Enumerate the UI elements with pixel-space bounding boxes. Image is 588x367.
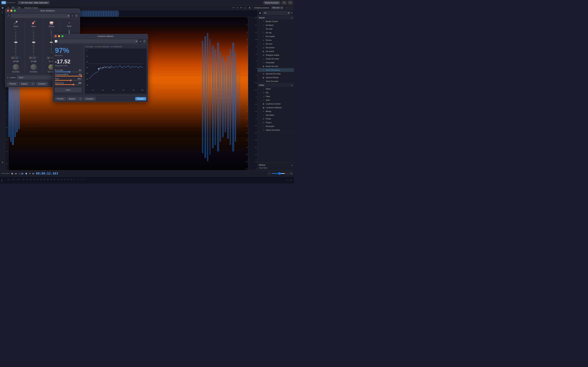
lo-preview-btn[interactable]: Preview: [55, 97, 66, 100]
zoom-in-vert-btn[interactable]: +: [268, 172, 271, 175]
active-tab[interactable]: × On Your Own - Abby Carey.wav: [18, 1, 50, 4]
drums-fader-handle[interactable]: [50, 42, 53, 43]
vocal-fader-track[interactable]: [16, 30, 16, 54]
zoom-out-btn[interactable]: −: [290, 6, 293, 9]
sidebar-filter-select[interactable]: All Repair Utility: [263, 11, 290, 15]
sidebar-item[interactable]: ⊕ Dialogue Isolate: [258, 53, 294, 57]
sidebar-item[interactable]: ◐ De-reverb: [258, 50, 294, 53]
mr-compare-btn[interactable]: Compare: [36, 82, 48, 86]
sidebar-item[interactable]: s De-ess: [258, 38, 294, 42]
lo-preset-select[interactable]: [59, 39, 138, 43]
repair-assistant-button[interactable]: Repair Assistant: [263, 1, 280, 4]
sidebar-item[interactable]: ⊘ Phase: [258, 117, 294, 121]
threshold-slider-thumb[interactable]: [80, 75, 82, 77]
zoom-fit-btn[interactable]: ⊡: [290, 172, 293, 175]
transport-next-btn[interactable]: ⏭: [32, 172, 35, 175]
zoom-in-btn[interactable]: +: [285, 6, 289, 9]
lo-preset-menu-btn[interactable]: ≡: [139, 40, 142, 43]
sidebar-item[interactable]: ♪ Guitar De-noise: [258, 57, 294, 61]
speed-slider-track[interactable]: [55, 84, 81, 85]
sidebar-item[interactable]: ◉ Mouth De-click: [258, 64, 294, 68]
mr-bypass-btn[interactable]: Bypass: [19, 82, 30, 86]
sidebar-item[interactable]: ↑ Normalize: [258, 113, 294, 117]
transport-record-btn[interactable]: ⏺: [11, 172, 13, 175]
ratio-slider-track[interactable]: [55, 80, 81, 81]
bass-mute-btn[interactable]: M: [29, 57, 32, 59]
sidebar-section-utility-header[interactable]: Utility ▲: [258, 83, 294, 87]
mr-close-btn[interactable]: [7, 10, 9, 12]
lo-plus-btn[interactable]: +: [78, 97, 82, 100]
sidebar-item[interactable]: + Gain: [258, 98, 294, 102]
sidebar-item[interactable]: ↔ Resample: [258, 124, 294, 128]
sidebar-item[interactable]: □ De-clip: [258, 31, 294, 34]
vocal-fader-handle[interactable]: [14, 42, 17, 43]
bass-sensitivity-knob[interactable]: [31, 64, 37, 70]
sidebar-item[interactable]: · De-click: [258, 27, 294, 31]
mr-preview-btn[interactable]: Preview: [7, 82, 18, 86]
zoom-slider[interactable]: [272, 173, 285, 174]
sidebar-item[interactable]: ◈ Spectral De-noise: [258, 72, 294, 76]
sidebar-item[interactable]: p De-plosive: [258, 46, 294, 50]
lo-render-btn[interactable]: Render: [135, 97, 146, 100]
bass-solo-btn[interactable]: S: [33, 57, 36, 59]
zoom-out-vert-btn[interactable]: −: [286, 172, 289, 175]
mr-preset-menu-btn[interactable]: ≡: [71, 14, 74, 17]
sidebar-menu-btn[interactable]: ≡: [291, 12, 293, 14]
sidebar-item[interactable]: ◁ Fade: [258, 94, 294, 98]
ni-settings-icon[interactable]: ⚙: [282, 1, 286, 4]
sidebar-item[interactable]: — Interpolate: [258, 61, 294, 64]
sidebar-item[interactable]: ○ Voice De-noise: [258, 79, 294, 83]
transport-stop-btn[interactable]: ⏹: [25, 172, 27, 175]
boost-slider-track[interactable]: [55, 72, 81, 72]
sidebar-item[interactable]: ○ De-bleed: [258, 23, 294, 27]
speed-slider-thumb[interactable]: [73, 84, 74, 85]
tool-paint-btn[interactable]: ✏: [240, 6, 243, 9]
sidebar-item[interactable]: ≡ Mixing: [258, 109, 294, 113]
drums-mute-btn[interactable]: M: [47, 57, 50, 59]
sidebar-item[interactable]: ∿ Signal Generator: [258, 128, 294, 132]
lo-minimize-btn[interactable]: [58, 35, 60, 37]
lo-compare-btn[interactable]: Compare: [84, 97, 96, 100]
mr-plus-btn[interactable]: +: [31, 82, 35, 86]
time-format-selector[interactable]: h:m:s.ms ▾: [1, 172, 9, 174]
vocal-sensitivity-knob[interactable]: [13, 64, 19, 70]
threshold-slider-track[interactable]: [55, 76, 81, 76]
sidebar-play-btn[interactable]: ▶: [259, 12, 262, 14]
ratio-slider-thumb[interactable]: [70, 80, 72, 81]
sidebar-item[interactable]: ▣ Loudness Optimize: [258, 106, 294, 109]
sidebar-section-repair-header[interactable]: Repair ▲: [258, 16, 294, 19]
transport-back-btn[interactable]: ◁: [18, 172, 20, 175]
sidebar-item active[interactable]: ♫ Music Rebalance: [258, 68, 294, 72]
tool-zoom-btn[interactable]: ⊕: [248, 6, 251, 9]
mr-maximize-btn[interactable]: [14, 10, 16, 12]
sidebar-item[interactable]: :: Dither: [258, 87, 294, 91]
mr-help-btn[interactable]: ?: [75, 14, 78, 17]
vocal-solo-btn[interactable]: S: [15, 57, 18, 59]
vocal-mute-btn[interactable]: M: [11, 57, 15, 59]
sidebar-item[interactable]: 〜 Breath Control: [258, 19, 294, 23]
lo-close-btn[interactable]: [55, 35, 57, 37]
lo-help-btn[interactable]: ?: [143, 40, 146, 43]
tool-select-btn[interactable]: ✂: [232, 6, 235, 9]
sidebar-item[interactable]: ◧ Spectral Repair: [258, 76, 294, 79]
mr-minimize-btn[interactable]: [10, 10, 12, 12]
tool-lasso-btn[interactable]: ⌖: [236, 6, 239, 9]
learn-btn[interactable]: Learn: [55, 88, 81, 92]
sidebar-item[interactable]: ◉ Loudness Control: [258, 102, 294, 106]
sidebar-item[interactable]: ⬡ Plug-in: [258, 121, 294, 124]
sidebar-item[interactable]: ≈ De-crackle: [258, 34, 294, 38]
mr-preset-select[interactable]: [11, 14, 70, 18]
drums-fader-track[interactable]: [51, 30, 52, 54]
play-range-btn[interactable]: ▶: [1, 6, 4, 9]
sidebar-item[interactable]: ∿ De-hum: [258, 42, 294, 46]
transport-loop-btn[interactable]: ↺: [29, 172, 31, 175]
transport-prev-btn[interactable]: ⏮: [15, 172, 17, 175]
lo-bypass-btn[interactable]: Bypass: [67, 97, 77, 100]
tool-play-btn[interactable]: ▷: [244, 6, 247, 9]
tab-close-icon[interactable]: ×: [20, 2, 21, 4]
transport-play-btn[interactable]: ▶: [22, 172, 24, 175]
history-expand-btn[interactable]: ▲: [291, 164, 293, 166]
instant-process-select[interactable]: Attenuate: [271, 6, 283, 9]
sidebar-item[interactable]: ∿ EQ: [258, 91, 294, 94]
lo-maximize-btn[interactable]: [61, 35, 63, 37]
